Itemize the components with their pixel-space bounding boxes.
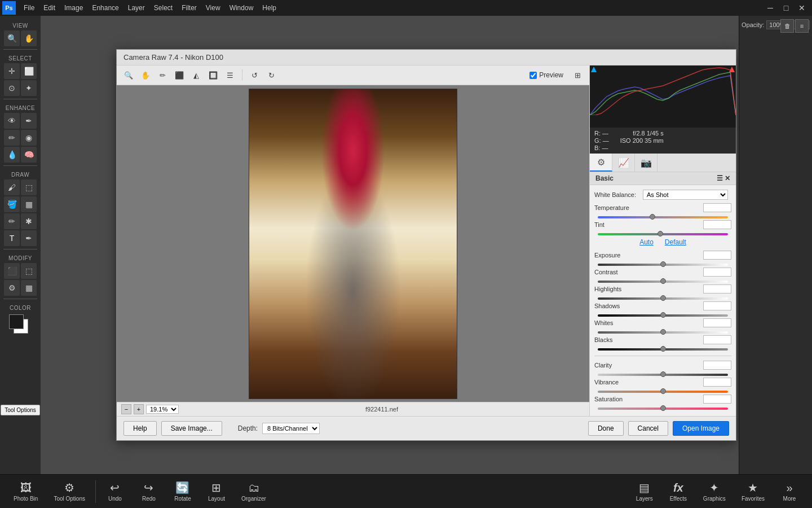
canvas-hand-tool[interactable]: ✋	[138, 68, 153, 82]
menu-edit[interactable]: Edit	[39, 0, 60, 16]
blacks-thumb[interactable]	[660, 346, 666, 352]
zoom-out-btn[interactable]: −	[121, 404, 131, 414]
magic-wand-tool[interactable]: ✦	[21, 80, 37, 96]
highlights-slider[interactable]	[598, 297, 728, 300]
menu-enhance[interactable]: Enhance	[87, 0, 123, 16]
organizer-tool[interactable]: 🗂 Organizer	[233, 479, 274, 504]
shadows-slider[interactable]	[598, 314, 728, 317]
pixelate-tool[interactable]: ▦	[21, 280, 37, 296]
canvas-crop-tool[interactable]: ⬛	[172, 68, 187, 82]
clone-tool[interactable]: ✏	[4, 130, 20, 146]
paint-tool-2[interactable]: ✒	[21, 230, 37, 246]
menu-image[interactable]: Image	[60, 0, 87, 16]
menu-help[interactable]: Help	[258, 0, 281, 16]
panel-delete-btn[interactable]: 🗑	[780, 19, 794, 33]
canvas-straighten-tool[interactable]: ◭	[189, 68, 204, 82]
done-button[interactable]: Done	[588, 421, 624, 436]
highlights-input[interactable]: 0	[703, 284, 731, 294]
default-button[interactable]: Default	[665, 238, 686, 246]
cancel-button[interactable]: Cancel	[628, 421, 668, 436]
eraser-tool[interactable]: ⬚	[21, 179, 37, 195]
vibrance-thumb[interactable]	[660, 388, 666, 394]
paint-bucket-tool[interactable]: 🪣	[4, 196, 20, 212]
panel-more-btn[interactable]: ≡	[795, 19, 809, 33]
smudge-tool[interactable]: 🧠	[21, 147, 37, 163]
layout-tool[interactable]: ⊞ Layout	[200, 479, 233, 504]
effects-tool[interactable]: fx Effects	[661, 479, 695, 504]
exposure-slider[interactable]	[598, 263, 728, 266]
favorites-tool[interactable]: ★ Favorites	[734, 479, 773, 504]
healing-tool[interactable]: ✒	[21, 113, 37, 129]
canvas-undo-btn[interactable]: ↺	[247, 68, 262, 82]
menu-select[interactable]: Select	[149, 0, 177, 16]
exposure-thumb[interactable]	[660, 261, 666, 267]
dodge-tool[interactable]: 💧	[4, 147, 20, 163]
straighten-tool[interactable]: ⚙	[4, 280, 20, 296]
layers-tool[interactable]: ▤ Layers	[628, 479, 661, 504]
recompose-tool[interactable]: ⬚	[21, 263, 37, 279]
canvas-redo-btn[interactable]: ↻	[264, 68, 279, 82]
canvas-wb-tool[interactable]: ✏	[155, 68, 170, 82]
vibrance-slider[interactable]	[598, 390, 728, 393]
photo-bin-tool[interactable]: 🖼 Photo Bin	[6, 479, 46, 504]
graphics-tool[interactable]: ✦ Graphics	[695, 479, 734, 504]
whites-input[interactable]: 0	[703, 318, 731, 327]
blacks-slider[interactable]	[598, 348, 728, 351]
canvas-redeye-tool[interactable]: 🔲	[206, 68, 220, 82]
saturation-input[interactable]: 0	[703, 395, 731, 404]
camera-cal-tab[interactable]: 📷	[635, 154, 657, 172]
menu-file[interactable]: File	[19, 0, 39, 16]
zoom-select[interactable]: 19.1%	[146, 405, 179, 414]
whites-thumb[interactable]	[660, 329, 666, 335]
marquee-tool[interactable]: ⬜	[21, 63, 37, 79]
zoom-in-btn[interactable]: +	[134, 404, 144, 414]
clarity-thumb[interactable]	[660, 371, 666, 377]
saturation-thumb[interactable]	[660, 405, 666, 411]
text-tool[interactable]: T	[4, 230, 20, 246]
clarity-slider[interactable]	[598, 373, 728, 376]
depth-select[interactable]: 8 Bits/Channel	[262, 423, 320, 434]
hand-tool[interactable]: ✋	[21, 30, 37, 46]
menu-filter[interactable]: Filter	[177, 0, 201, 16]
white-balance-select[interactable]: As Shot	[643, 190, 728, 200]
zoom-tool[interactable]: 🔍	[4, 30, 20, 46]
contrast-slider[interactable]	[598, 280, 728, 283]
color-swatches[interactable]	[9, 314, 32, 337]
undo-tool[interactable]: ↩ Undo	[98, 479, 132, 504]
canvas-notes-tool[interactable]: ☰	[223, 68, 237, 82]
lasso-tool[interactable]: ⊙	[4, 80, 20, 96]
temperature-thumb[interactable]	[650, 214, 655, 220]
panel-body[interactable]: White Balance: As Shot Temperature 4550	[590, 185, 736, 416]
vibrance-input[interactable]: 0	[703, 378, 731, 387]
tone-curve-tab[interactable]: 📈	[612, 154, 635, 172]
shadows-input[interactable]: 0	[703, 301, 731, 310]
open-image-button[interactable]: Open Image	[673, 421, 729, 436]
menu-view[interactable]: View	[201, 0, 225, 16]
clarity-input[interactable]: 0	[703, 361, 731, 370]
temperature-slider[interactable]	[598, 216, 728, 219]
color-replace-tool[interactable]: ✱	[21, 213, 37, 229]
highlights-thumb[interactable]	[660, 295, 666, 301]
contrast-input[interactable]: 0	[703, 268, 731, 277]
close-button[interactable]: ✕	[794, 0, 810, 16]
maximize-button[interactable]: □	[778, 0, 794, 16]
minimize-button[interactable]: ─	[762, 0, 778, 16]
redo-tool[interactable]: ↪ Redo	[132, 479, 166, 504]
saturation-slider[interactable]	[598, 407, 728, 410]
menu-layer[interactable]: Layer	[123, 0, 149, 16]
menu-window[interactable]: Window	[225, 0, 258, 16]
brush-tool[interactable]: 🖌	[4, 179, 20, 195]
crop-tool[interactable]: ⬛	[4, 263, 20, 279]
foreground-color-swatch[interactable]	[9, 314, 24, 329]
help-button[interactable]: Help	[123, 421, 157, 436]
fullscreen-btn[interactable]: ⊞	[570, 68, 585, 82]
basic-tab[interactable]: ⚙	[590, 154, 612, 172]
whites-slider[interactable]	[598, 331, 728, 334]
shadows-thumb[interactable]	[660, 312, 666, 318]
blur-tool[interactable]: ◉	[21, 130, 37, 146]
gradient-tool[interactable]: ▦	[21, 196, 37, 212]
tint-slider[interactable]	[598, 233, 728, 236]
contrast-thumb[interactable]	[660, 278, 666, 284]
canvas-zoom-tool[interactable]: 🔍	[121, 68, 136, 82]
tint-input[interactable]: -9	[703, 220, 731, 229]
